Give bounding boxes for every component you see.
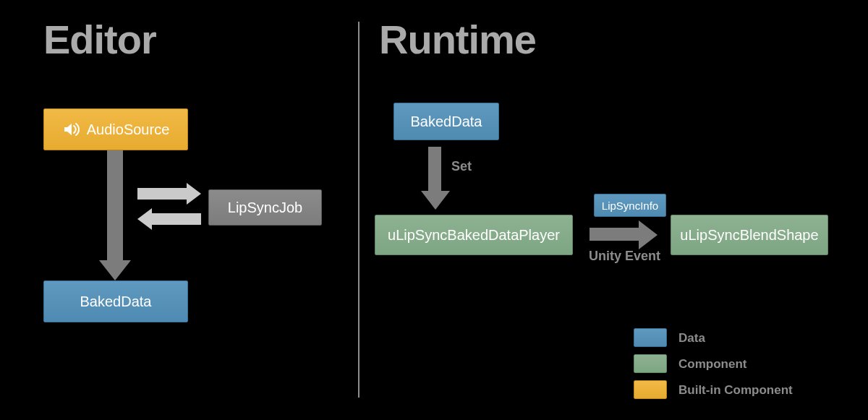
audiosource-label: AudioSource: [87, 121, 170, 138]
legend-swatch-component: [634, 354, 667, 373]
audiosource-box: AudioSource: [43, 108, 188, 150]
legend-swatch-builtin: [634, 380, 667, 399]
arrow-bakeddata-to-player: [428, 147, 441, 194]
editor-heading: Editor: [43, 16, 156, 63]
editor-bakeddata-box: BakedData: [43, 280, 188, 322]
blendshape-box: uLipSyncBlendShape: [671, 215, 828, 255]
edge-label-set: Set: [451, 159, 472, 174]
arrow-audiosource-to-bakeddata: [107, 150, 123, 263]
legend-label-data: Data: [678, 331, 705, 346]
arrow-player-to-blendshape: [590, 228, 642, 241]
runtime-heading: Runtime: [379, 16, 536, 63]
runtime-bakeddata-box: BakedData: [393, 103, 499, 140]
player-box: uLipSyncBakedDataPlayer: [375, 215, 573, 255]
edge-label-unityevent: Unity Event: [589, 249, 660, 264]
lipsyncinfo-tag: LipSyncInfo: [594, 194, 666, 217]
section-divider: [358, 22, 359, 398]
speaker-icon: [62, 120, 81, 139]
lipsyncjob-box: LipSyncJob: [208, 189, 322, 226]
legend-swatch-data: [634, 328, 667, 347]
legend-label-builtin: Built-in Component: [678, 383, 793, 398]
legend-label-component: Component: [678, 357, 746, 372]
